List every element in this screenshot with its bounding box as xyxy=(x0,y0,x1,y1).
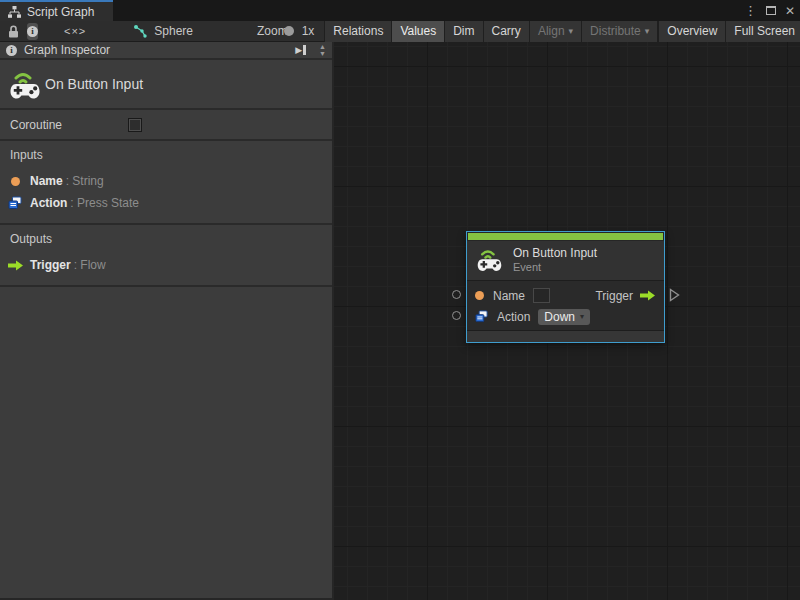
window-menu-icon[interactable]: ⋮ xyxy=(744,3,757,18)
port-type: : String xyxy=(66,174,104,188)
tab-bar: Script Graph ⋮ ✕ xyxy=(0,0,800,21)
spin-up-icon[interactable]: ▲ xyxy=(319,43,326,50)
close-icon[interactable]: ✕ xyxy=(785,4,795,18)
flow-port-icon[interactable] xyxy=(639,290,656,301)
tab-label: Script Graph xyxy=(27,5,94,19)
gamepad-icon xyxy=(9,69,41,104)
graph-ref-icon xyxy=(134,25,147,38)
coroutine-label: Coroutine xyxy=(10,118,62,132)
port-type: : Press State xyxy=(70,196,139,210)
graph-ref-label: Sphere xyxy=(154,24,193,38)
input-connector-circle[interactable] xyxy=(452,290,461,299)
inspector-toggle-button[interactable]: i xyxy=(27,23,38,40)
info-icon: i xyxy=(6,45,17,56)
node-body: Name Trigger xyxy=(467,280,664,330)
outputs-title: Outputs xyxy=(10,232,332,246)
event-color-bar xyxy=(468,233,663,240)
enum-port-icon xyxy=(8,196,22,210)
chevron-down-icon: ▾ xyxy=(569,26,574,36)
graph-inspector-panel: i Graph Inspector ▶ ▲ ▼ On xyxy=(0,42,334,600)
coroutine-row: Coroutine xyxy=(0,110,332,141)
trigger-port-label: Trigger xyxy=(595,289,633,303)
graph-inspector-title: Graph Inspector xyxy=(24,43,288,57)
action-port-label: Action xyxy=(497,310,530,324)
graph-toolbar: i <×> Sphere Zoom 1x Relations Values Di… xyxy=(0,21,800,42)
outputs-section: Outputs Trigger : Flow xyxy=(0,225,332,287)
dim-button[interactable]: Dim xyxy=(444,21,482,42)
input-connector-circle[interactable] xyxy=(452,311,461,320)
port-type: : Flow xyxy=(74,258,106,272)
coroutine-checkbox[interactable] xyxy=(128,118,142,132)
unit-title: On Button Input xyxy=(45,76,143,92)
chevron-down-icon: ▾ xyxy=(645,26,650,36)
dock-inspector-icon[interactable]: ▶ xyxy=(295,45,306,55)
node-footer xyxy=(467,330,664,342)
string-port-icon[interactable] xyxy=(475,291,484,300)
inputs-section: Inputs Name : String Action : Press Stat… xyxy=(0,141,332,225)
script-graph-icon xyxy=(8,6,21,18)
gamepad-icon xyxy=(476,247,503,273)
align-dropdown[interactable]: Align ▾ xyxy=(529,21,581,42)
input-port-row: Action : Press State xyxy=(0,192,332,214)
enum-port-icon[interactable] xyxy=(475,310,488,323)
node-subtitle: Event xyxy=(513,261,597,273)
name-port-row: Name Trigger xyxy=(467,285,664,306)
zoom-slider-handle[interactable] xyxy=(284,26,294,36)
graph-inspector-header: i Graph Inspector ▶ ▲ ▼ xyxy=(0,42,332,60)
carry-button[interactable]: Carry xyxy=(483,21,529,42)
window-controls: ⋮ ✕ xyxy=(744,0,795,21)
output-port-row: Trigger : Flow xyxy=(0,254,332,276)
input-port-row: Name : String xyxy=(0,170,332,192)
overview-button[interactable]: Overview xyxy=(658,21,725,42)
node-header[interactable]: On Button Input Event xyxy=(467,241,664,280)
info-icon: i xyxy=(27,26,38,37)
port-name: Action xyxy=(30,196,67,210)
node-title: On Button Input xyxy=(513,246,597,260)
name-input-field[interactable] xyxy=(533,288,550,303)
action-dropdown-value: Down xyxy=(544,310,575,324)
action-port-row: Action Down ▾ xyxy=(467,306,664,327)
relations-button[interactable]: Relations xyxy=(324,21,391,42)
distribute-dropdown[interactable]: Distribute ▾ xyxy=(581,21,658,42)
graph-reference[interactable]: Sphere xyxy=(134,24,193,38)
tab-script-graph[interactable]: Script Graph xyxy=(0,0,113,21)
graph-canvas[interactable]: On Button Input Event Name Trigger xyxy=(334,42,800,600)
chevron-down-icon: ▾ xyxy=(580,312,584,321)
unity-visual-scripting-window: Script Graph ⋮ ✕ i <×> Sphere xyxy=(0,0,800,600)
on-button-input-node[interactable]: On Button Input Event Name Trigger xyxy=(466,231,665,343)
unit-header: On Button Input xyxy=(0,60,332,110)
action-dropdown[interactable]: Down ▾ xyxy=(538,309,590,325)
panel-scroll-spinner[interactable]: ▲ ▼ xyxy=(319,43,326,57)
code-view-icon[interactable]: <×> xyxy=(64,25,86,37)
maximize-icon[interactable] xyxy=(766,6,776,15)
string-port-icon xyxy=(11,177,20,186)
flow-port-icon xyxy=(7,260,24,271)
values-button[interactable]: Values xyxy=(391,21,444,42)
inputs-title: Inputs xyxy=(10,148,332,162)
name-port-label: Name xyxy=(493,289,525,303)
lock-icon[interactable] xyxy=(8,25,19,38)
spin-down-icon[interactable]: ▼ xyxy=(319,50,326,57)
output-connector-triangle[interactable] xyxy=(669,288,680,302)
port-name: Name xyxy=(30,174,63,188)
port-name: Trigger xyxy=(30,258,71,272)
view-button-group: Overview Full Screen xyxy=(658,21,800,42)
full-screen-button[interactable]: Full Screen xyxy=(725,21,800,42)
toolbar-button-group: Relations Values Dim Carry Align ▾ Distr… xyxy=(324,21,658,42)
zoom-value: 1x xyxy=(302,24,315,38)
